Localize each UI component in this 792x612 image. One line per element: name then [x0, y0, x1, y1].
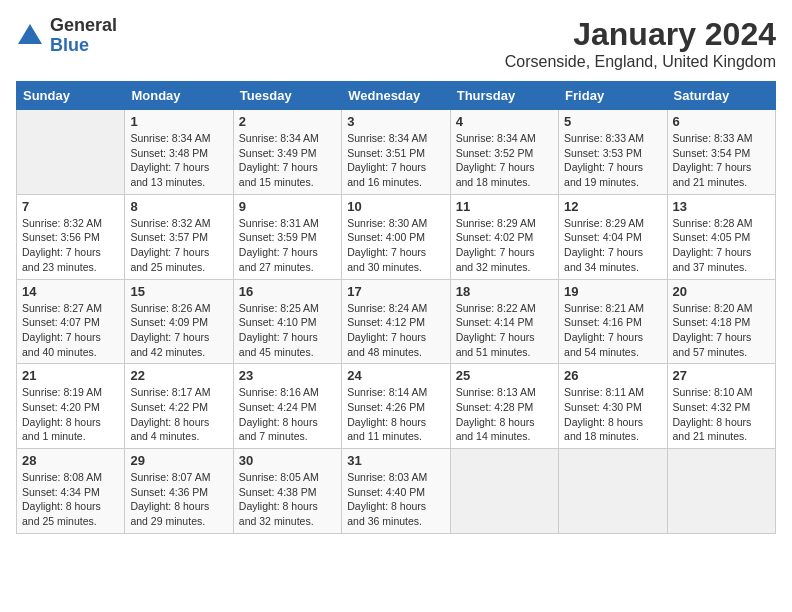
calendar-cell: 10 Sunrise: 8:30 AMSunset: 4:00 PMDaylig… — [342, 194, 450, 279]
day-info: Sunrise: 8:14 AMSunset: 4:26 PMDaylight:… — [347, 386, 427, 442]
day-number: 11 — [456, 199, 553, 214]
calendar-cell: 21 Sunrise: 8:19 AMSunset: 4:20 PMDaylig… — [17, 364, 125, 449]
day-number: 6 — [673, 114, 770, 129]
day-info: Sunrise: 8:25 AMSunset: 4:10 PMDaylight:… — [239, 302, 319, 358]
day-number: 7 — [22, 199, 119, 214]
day-info: Sunrise: 8:34 AMSunset: 3:52 PMDaylight:… — [456, 132, 536, 188]
day-info: Sunrise: 8:33 AMSunset: 3:53 PMDaylight:… — [564, 132, 644, 188]
day-number: 1 — [130, 114, 227, 129]
day-number: 24 — [347, 368, 444, 383]
calendar-cell: 28 Sunrise: 8:08 AMSunset: 4:34 PMDaylig… — [17, 449, 125, 534]
calendar-cell: 12 Sunrise: 8:29 AMSunset: 4:04 PMDaylig… — [559, 194, 667, 279]
day-info: Sunrise: 8:32 AMSunset: 3:57 PMDaylight:… — [130, 217, 210, 273]
weekday-header: Monday — [125, 82, 233, 110]
day-info: Sunrise: 8:10 AMSunset: 4:32 PMDaylight:… — [673, 386, 753, 442]
day-number: 17 — [347, 284, 444, 299]
calendar-cell: 29 Sunrise: 8:07 AMSunset: 4:36 PMDaylig… — [125, 449, 233, 534]
calendar-cell: 17 Sunrise: 8:24 AMSunset: 4:12 PMDaylig… — [342, 279, 450, 364]
month-title: January 2024 — [505, 16, 776, 53]
day-number: 9 — [239, 199, 336, 214]
calendar-cell: 23 Sunrise: 8:16 AMSunset: 4:24 PMDaylig… — [233, 364, 341, 449]
day-info: Sunrise: 8:33 AMSunset: 3:54 PMDaylight:… — [673, 132, 753, 188]
day-info: Sunrise: 8:27 AMSunset: 4:07 PMDaylight:… — [22, 302, 102, 358]
calendar-cell: 13 Sunrise: 8:28 AMSunset: 4:05 PMDaylig… — [667, 194, 775, 279]
day-info: Sunrise: 8:20 AMSunset: 4:18 PMDaylight:… — [673, 302, 753, 358]
calendar-cell: 9 Sunrise: 8:31 AMSunset: 3:59 PMDayligh… — [233, 194, 341, 279]
day-info: Sunrise: 8:13 AMSunset: 4:28 PMDaylight:… — [456, 386, 536, 442]
title-area: January 2024 Corsenside, England, United… — [505, 16, 776, 71]
day-info: Sunrise: 8:28 AMSunset: 4:05 PMDaylight:… — [673, 217, 753, 273]
day-info: Sunrise: 8:29 AMSunset: 4:04 PMDaylight:… — [564, 217, 644, 273]
day-number: 29 — [130, 453, 227, 468]
day-info: Sunrise: 8:24 AMSunset: 4:12 PMDaylight:… — [347, 302, 427, 358]
calendar-week-row: 14 Sunrise: 8:27 AMSunset: 4:07 PMDaylig… — [17, 279, 776, 364]
day-info: Sunrise: 8:31 AMSunset: 3:59 PMDaylight:… — [239, 217, 319, 273]
logo-text: General Blue — [50, 16, 117, 56]
day-number: 19 — [564, 284, 661, 299]
day-number: 22 — [130, 368, 227, 383]
day-info: Sunrise: 8:03 AMSunset: 4:40 PMDaylight:… — [347, 471, 427, 527]
day-number: 18 — [456, 284, 553, 299]
calendar-cell: 4 Sunrise: 8:34 AMSunset: 3:52 PMDayligh… — [450, 110, 558, 195]
day-info: Sunrise: 8:07 AMSunset: 4:36 PMDaylight:… — [130, 471, 210, 527]
day-info: Sunrise: 8:17 AMSunset: 4:22 PMDaylight:… — [130, 386, 210, 442]
logo: General Blue — [16, 16, 117, 56]
calendar-table: SundayMondayTuesdayWednesdayThursdayFrid… — [16, 81, 776, 534]
weekday-header: Sunday — [17, 82, 125, 110]
calendar-cell: 2 Sunrise: 8:34 AMSunset: 3:49 PMDayligh… — [233, 110, 341, 195]
calendar-week-row: 21 Sunrise: 8:19 AMSunset: 4:20 PMDaylig… — [17, 364, 776, 449]
svg-marker-0 — [18, 24, 42, 44]
calendar-week-row: 1 Sunrise: 8:34 AMSunset: 3:48 PMDayligh… — [17, 110, 776, 195]
day-number: 13 — [673, 199, 770, 214]
day-number: 8 — [130, 199, 227, 214]
calendar-cell — [450, 449, 558, 534]
calendar-cell: 7 Sunrise: 8:32 AMSunset: 3:56 PMDayligh… — [17, 194, 125, 279]
day-info: Sunrise: 8:34 AMSunset: 3:49 PMDaylight:… — [239, 132, 319, 188]
day-info: Sunrise: 8:29 AMSunset: 4:02 PMDaylight:… — [456, 217, 536, 273]
calendar-cell: 5 Sunrise: 8:33 AMSunset: 3:53 PMDayligh… — [559, 110, 667, 195]
calendar-cell: 30 Sunrise: 8:05 AMSunset: 4:38 PMDaylig… — [233, 449, 341, 534]
calendar-cell: 31 Sunrise: 8:03 AMSunset: 4:40 PMDaylig… — [342, 449, 450, 534]
calendar-cell: 3 Sunrise: 8:34 AMSunset: 3:51 PMDayligh… — [342, 110, 450, 195]
day-info: Sunrise: 8:16 AMSunset: 4:24 PMDaylight:… — [239, 386, 319, 442]
day-number: 31 — [347, 453, 444, 468]
day-number: 26 — [564, 368, 661, 383]
calendar-cell: 15 Sunrise: 8:26 AMSunset: 4:09 PMDaylig… — [125, 279, 233, 364]
day-number: 16 — [239, 284, 336, 299]
weekday-header: Wednesday — [342, 82, 450, 110]
header: General Blue January 2024 Corsenside, En… — [16, 16, 776, 71]
calendar-cell: 27 Sunrise: 8:10 AMSunset: 4:32 PMDaylig… — [667, 364, 775, 449]
logo-blue: Blue — [50, 36, 117, 56]
calendar-week-row: 28 Sunrise: 8:08 AMSunset: 4:34 PMDaylig… — [17, 449, 776, 534]
calendar-cell: 22 Sunrise: 8:17 AMSunset: 4:22 PMDaylig… — [125, 364, 233, 449]
calendar-cell: 6 Sunrise: 8:33 AMSunset: 3:54 PMDayligh… — [667, 110, 775, 195]
day-info: Sunrise: 8:11 AMSunset: 4:30 PMDaylight:… — [564, 386, 644, 442]
calendar-cell: 19 Sunrise: 8:21 AMSunset: 4:16 PMDaylig… — [559, 279, 667, 364]
calendar-cell: 11 Sunrise: 8:29 AMSunset: 4:02 PMDaylig… — [450, 194, 558, 279]
day-number: 2 — [239, 114, 336, 129]
day-number: 20 — [673, 284, 770, 299]
weekday-header: Saturday — [667, 82, 775, 110]
day-info: Sunrise: 8:26 AMSunset: 4:09 PMDaylight:… — [130, 302, 210, 358]
day-number: 15 — [130, 284, 227, 299]
calendar-week-row: 7 Sunrise: 8:32 AMSunset: 3:56 PMDayligh… — [17, 194, 776, 279]
calendar-cell: 18 Sunrise: 8:22 AMSunset: 4:14 PMDaylig… — [450, 279, 558, 364]
calendar-body: 1 Sunrise: 8:34 AMSunset: 3:48 PMDayligh… — [17, 110, 776, 534]
calendar-cell: 16 Sunrise: 8:25 AMSunset: 4:10 PMDaylig… — [233, 279, 341, 364]
day-info: Sunrise: 8:34 AMSunset: 3:51 PMDaylight:… — [347, 132, 427, 188]
location-title: Corsenside, England, United Kingdom — [505, 53, 776, 71]
day-number: 27 — [673, 368, 770, 383]
day-number: 21 — [22, 368, 119, 383]
calendar-cell: 24 Sunrise: 8:14 AMSunset: 4:26 PMDaylig… — [342, 364, 450, 449]
calendar-cell: 25 Sunrise: 8:13 AMSunset: 4:28 PMDaylig… — [450, 364, 558, 449]
day-info: Sunrise: 8:08 AMSunset: 4:34 PMDaylight:… — [22, 471, 102, 527]
weekday-header: Tuesday — [233, 82, 341, 110]
day-number: 10 — [347, 199, 444, 214]
day-number: 30 — [239, 453, 336, 468]
day-number: 4 — [456, 114, 553, 129]
day-number: 14 — [22, 284, 119, 299]
calendar-cell — [17, 110, 125, 195]
calendar-cell — [667, 449, 775, 534]
logo-icon — [16, 22, 44, 50]
day-number: 25 — [456, 368, 553, 383]
